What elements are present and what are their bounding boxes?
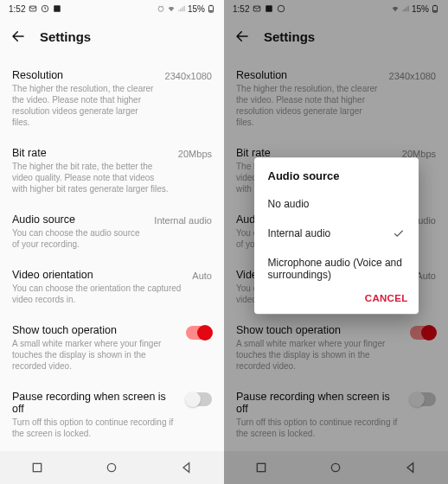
back-icon[interactable] — [10, 29, 26, 44]
option-no-audio[interactable]: No audio — [254, 189, 419, 219]
toggle-show-touch[interactable] — [186, 326, 212, 340]
item-sub: Turn off this option to continue recordi… — [12, 417, 177, 439]
battery-icon — [207, 4, 215, 13]
item-title: Pause recording when screen is off — [12, 391, 177, 415]
svg-rect-6 — [209, 10, 212, 11]
toggle-pause-screen-off[interactable] — [186, 392, 212, 406]
item-orientation[interactable]: Video orientation You can choose the ori… — [0, 260, 224, 315]
check-icon — [393, 227, 405, 239]
dialog-title: Audio source — [254, 169, 419, 189]
mail-icon — [29, 4, 37, 13]
item-title: Show touch operation — [12, 324, 177, 336]
item-sub: You can choose the orientation the captu… — [12, 283, 183, 305]
nav-back-icon[interactable] — [180, 461, 194, 474]
item-sub: The higher the resolution, the clearer t… — [12, 83, 157, 128]
nav-bar — [0, 451, 224, 484]
signal-icon — [177, 4, 186, 13]
item-title: Resolution — [12, 69, 157, 81]
alarm-icon — [157, 4, 165, 13]
status-time: 1:52 — [9, 4, 25, 14]
item-show-touch[interactable]: Show touch operation A small white marke… — [0, 315, 224, 382]
item-resolution[interactable]: Resolution The higher the resolution, th… — [0, 60, 224, 138]
wifi-icon — [167, 4, 176, 13]
item-title: Bit rate — [12, 147, 170, 159]
option-label: Microphone audio (Voice and surroundings… — [268, 257, 405, 281]
item-value: 2340x1080 — [165, 69, 212, 81]
item-bitrate[interactable]: Bit rate The higher the bit rate, the be… — [0, 138, 224, 205]
image-icon — [53, 4, 61, 13]
item-value: Auto — [192, 269, 212, 281]
option-label: Internal audio — [268, 227, 331, 239]
svg-rect-7 — [33, 463, 41, 471]
svg-rect-2 — [54, 5, 61, 12]
item-pause-screen-off[interactable]: Pause recording when screen is off Turn … — [0, 382, 224, 449]
app-bar: Settings — [0, 17, 224, 55]
item-title: Audio source — [12, 213, 145, 226]
page-title: Settings — [40, 29, 91, 44]
battery-text: 15% — [188, 4, 205, 14]
item-sub: The higher the bit rate, the better the … — [12, 161, 170, 194]
phone-left: 1:52 15% Settings Resolution T — [0, 0, 224, 484]
status-bar: 1:52 15% — [0, 0, 224, 17]
option-internal-audio[interactable]: Internal audio — [254, 219, 419, 248]
nav-home-icon[interactable] — [105, 461, 118, 474]
audio-source-dialog: Audio source No audio Internal audio Mic… — [254, 157, 419, 314]
item-sub: A small white marker where your finger t… — [12, 338, 177, 372]
item-value: Internal audio — [154, 213, 212, 226]
svg-point-3 — [158, 7, 163, 12]
item-value: 20Mbps — [178, 147, 212, 159]
svg-rect-5 — [210, 5, 213, 6]
cancel-button[interactable]: CANCEL — [365, 293, 408, 303]
settings-list: Resolution The higher the resolution, th… — [0, 55, 224, 451]
svg-point-8 — [108, 463, 116, 471]
item-sub: You can choose the audio source of your … — [12, 227, 145, 250]
option-label: No audio — [268, 198, 310, 210]
nav-recent-icon[interactable] — [30, 461, 44, 474]
clock-icon — [41, 4, 49, 13]
option-microphone-audio[interactable]: Microphone audio (Voice and surroundings… — [254, 248, 419, 290]
item-audio-source[interactable]: Audio source You can choose the audio so… — [0, 205, 224, 260]
phone-right: 1:52 15% Settings Resolution The higher — [224, 0, 448, 484]
item-title: Video orientation — [12, 269, 183, 281]
